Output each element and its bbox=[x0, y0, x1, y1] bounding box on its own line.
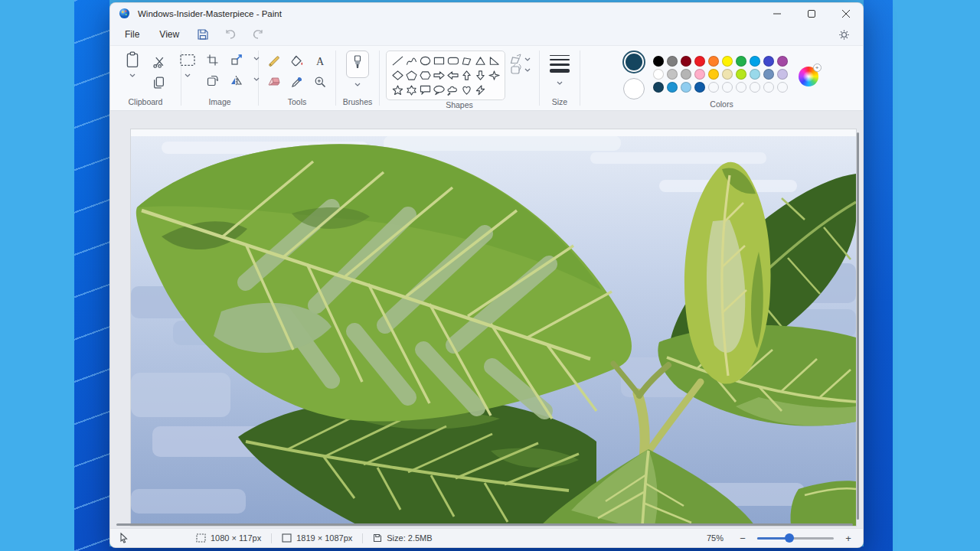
shape-triangle-icon[interactable] bbox=[473, 54, 487, 68]
palette-swatch[interactable] bbox=[653, 56, 664, 67]
undo-icon[interactable] bbox=[219, 26, 242, 43]
shape-arrow-down-icon[interactable] bbox=[473, 68, 487, 83]
palette-swatch-empty[interactable] bbox=[777, 82, 788, 93]
shape-diamond-icon[interactable] bbox=[390, 68, 404, 83]
zoom-slider-thumb[interactable] bbox=[785, 533, 794, 543]
shape-pentagon-icon[interactable] bbox=[404, 68, 418, 83]
shape-polygon-icon[interactable] bbox=[459, 54, 473, 68]
shape-arrow-right-icon[interactable] bbox=[432, 68, 446, 83]
cut-icon[interactable] bbox=[149, 53, 168, 71]
palette-swatch-empty[interactable] bbox=[750, 82, 760, 93]
menu-view[interactable]: View bbox=[149, 26, 189, 43]
palette-swatch[interactable] bbox=[694, 82, 705, 93]
color1-swatch[interactable] bbox=[622, 51, 645, 73]
zoom-slider[interactable] bbox=[757, 533, 834, 543]
palette-swatch[interactable] bbox=[653, 69, 664, 80]
brushes-dropdown-chevron-icon[interactable] bbox=[352, 80, 363, 88]
palette-swatch[interactable] bbox=[750, 56, 760, 67]
shape-callout-rectangle-icon[interactable] bbox=[418, 83, 432, 97]
zoom-in-button[interactable]: + bbox=[841, 533, 855, 544]
pencil-icon[interactable] bbox=[264, 52, 284, 70]
menu-file[interactable]: File bbox=[115, 26, 149, 43]
fill-icon[interactable] bbox=[287, 52, 307, 70]
shape-right-triangle-icon[interactable] bbox=[487, 54, 501, 68]
palette-swatch[interactable] bbox=[708, 56, 719, 67]
palette-swatch-empty[interactable] bbox=[708, 82, 719, 93]
palette-swatch[interactable] bbox=[777, 56, 788, 67]
palette-swatch[interactable] bbox=[763, 56, 774, 67]
edit-colors-wheel-icon[interactable]: + bbox=[799, 64, 822, 86]
shape-ellipse-icon[interactable] bbox=[418, 54, 432, 68]
palette-swatch[interactable] bbox=[708, 69, 719, 80]
palette-swatch[interactable] bbox=[777, 69, 788, 80]
shape-rectangle-icon[interactable] bbox=[432, 54, 446, 68]
palette-swatch[interactable] bbox=[681, 69, 691, 80]
shape-arrow-left-icon[interactable] bbox=[446, 68, 459, 83]
flip-icon[interactable] bbox=[227, 71, 247, 90]
section-clipboard: Clipboard bbox=[110, 46, 181, 110]
palette-swatch-empty[interactable] bbox=[763, 82, 774, 93]
size-dropdown-chevron-icon[interactable] bbox=[554, 80, 565, 87]
drawing-canvas[interactable] bbox=[131, 129, 856, 526]
shape-callout-cloud-icon[interactable] bbox=[446, 83, 459, 97]
shape-star-6-icon[interactable] bbox=[404, 83, 418, 97]
copy-icon[interactable] bbox=[149, 73, 168, 92]
palette-swatch-empty[interactable] bbox=[722, 82, 733, 93]
palette-swatch[interactable] bbox=[736, 56, 746, 67]
shape-fill-chevron-icon[interactable] bbox=[522, 66, 533, 73]
shape-lightning-icon[interactable] bbox=[473, 83, 487, 97]
shape-rounded-rectangle-icon[interactable] bbox=[446, 54, 459, 68]
select-icon[interactable] bbox=[178, 51, 198, 69]
redo-icon[interactable] bbox=[247, 26, 270, 43]
palette-swatch[interactable] bbox=[736, 69, 746, 80]
palette-swatch[interactable] bbox=[681, 82, 691, 93]
ribbon-toolbar: Clipboard bbox=[110, 45, 863, 111]
line-size-icon[interactable] bbox=[550, 51, 570, 73]
text-icon[interactable]: A bbox=[310, 52, 330, 70]
palette-swatch[interactable] bbox=[694, 56, 705, 67]
palette-swatch[interactable] bbox=[722, 56, 733, 67]
brush-icon[interactable] bbox=[346, 51, 369, 78]
palette-swatch[interactable] bbox=[694, 69, 705, 80]
palette-swatch[interactable] bbox=[667, 69, 678, 80]
shape-curve-icon[interactable] bbox=[404, 54, 418, 68]
close-icon[interactable] bbox=[828, 3, 863, 24]
shape-line-icon[interactable] bbox=[390, 54, 404, 68]
shape-heart-icon[interactable] bbox=[459, 83, 473, 97]
palette-swatch[interactable] bbox=[763, 69, 774, 80]
palette-swatch[interactable] bbox=[750, 69, 760, 80]
paste-dropdown-chevron-icon[interactable] bbox=[127, 71, 138, 79]
section-image: Image bbox=[181, 46, 258, 110]
palette-swatch[interactable] bbox=[653, 82, 664, 93]
settings-icon[interactable] bbox=[831, 26, 857, 43]
color2-swatch[interactable] bbox=[623, 78, 645, 99]
palette-swatch-empty[interactable] bbox=[736, 82, 746, 93]
vertical-scrollbar[interactable] bbox=[857, 132, 859, 520]
shape-outline-icon[interactable] bbox=[510, 54, 533, 64]
minimize-icon[interactable] bbox=[760, 3, 794, 24]
shape-fill-icon[interactable] bbox=[510, 64, 533, 75]
paste-icon[interactable] bbox=[122, 51, 142, 69]
file-size-icon bbox=[373, 533, 382, 543]
shape-hexagon-icon[interactable] bbox=[418, 68, 432, 83]
resize-icon[interactable] bbox=[227, 51, 247, 69]
palette-swatch[interactable] bbox=[722, 69, 733, 80]
palette-swatch[interactable] bbox=[681, 56, 691, 67]
select-dropdown-chevron-icon[interactable] bbox=[182, 71, 193, 79]
rotate-icon[interactable] bbox=[202, 71, 222, 90]
maximize-icon[interactable] bbox=[794, 3, 828, 24]
eraser-icon[interactable] bbox=[264, 73, 284, 91]
magnifier-icon[interactable] bbox=[310, 73, 330, 91]
zoom-out-button[interactable]: − bbox=[736, 533, 750, 544]
palette-swatch[interactable] bbox=[667, 56, 678, 67]
shape-arrow-up-icon[interactable] bbox=[459, 68, 473, 83]
save-icon[interactable] bbox=[191, 26, 214, 43]
shape-callout-oval-icon[interactable] bbox=[432, 83, 446, 97]
crop-icon[interactable] bbox=[202, 51, 222, 69]
shape-outline-chevron-icon[interactable] bbox=[522, 55, 533, 63]
shape-star-5-icon[interactable] bbox=[390, 83, 404, 97]
palette-swatch[interactable] bbox=[667, 82, 678, 93]
color-picker-icon[interactable] bbox=[287, 73, 307, 91]
horizontal-scrollbar[interactable] bbox=[116, 523, 853, 526]
shape-star-4-icon[interactable] bbox=[487, 68, 501, 83]
